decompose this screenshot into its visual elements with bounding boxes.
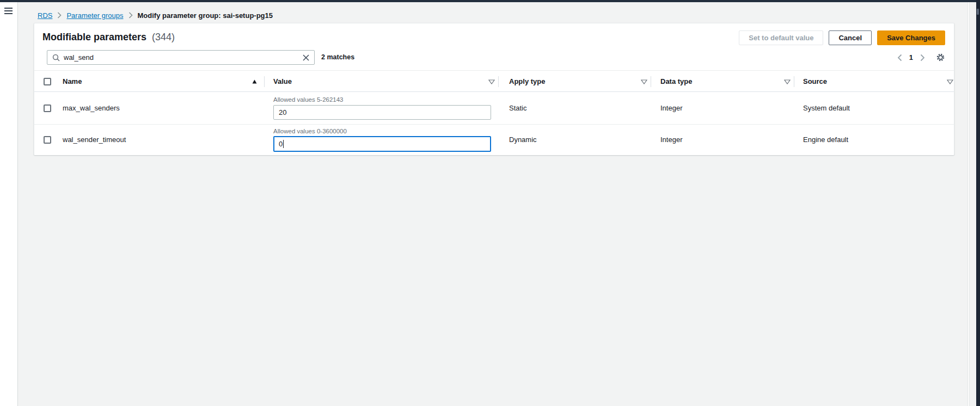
current-page[interactable]: 1 <box>909 53 913 61</box>
page-title: Modifiable parameters (344) <box>42 32 175 43</box>
sort-ascending-icon <box>252 79 257 84</box>
param-name: max_wal_senders <box>63 92 120 125</box>
menu-toggle-button[interactable] <box>4 7 14 16</box>
panel-count: (344) <box>152 32 175 42</box>
value-text: 0 <box>279 140 283 148</box>
table-header-row: Name Value Apply type Data type Source <box>34 70 954 92</box>
clear-search-button[interactable] <box>303 54 309 61</box>
modifiable-parameters-panel: Modifiable parameters (344) Set to defau… <box>34 23 954 155</box>
apply-type-cell: Dynamic <box>509 125 537 155</box>
column-divider <box>651 76 651 87</box>
column-divider <box>794 76 794 87</box>
breadcrumb-link-rds[interactable]: RDS <box>38 11 52 20</box>
source-cell: Engine default <box>803 125 848 155</box>
column-header-name[interactable]: Name <box>63 71 82 92</box>
column-sort-icon[interactable] <box>784 79 791 84</box>
chevron-right-icon <box>920 54 925 61</box>
column-sort-icon[interactable] <box>947 79 953 84</box>
panel-actions: Set to default value Cancel Save Changes <box>739 30 945 45</box>
param-name: wal_sender_timeout <box>63 125 126 155</box>
data-type-cell: Integer <box>660 125 682 155</box>
save-changes-button[interactable]: Save Changes <box>877 30 945 45</box>
chevron-left-icon <box>897 54 902 61</box>
table-row: wal_sender_timeout Allowed values 0-3600… <box>34 125 954 155</box>
prev-page-button[interactable] <box>897 54 902 61</box>
help-panel-divider <box>967 2 970 406</box>
rds-modify-parameters-page: RDS Parameter groups Modify parameter gr… <box>0 0 980 406</box>
breadcrumb-current: Modify parameter group: sai-setup-pg15 <box>138 11 273 20</box>
window-edge-glyph <box>977 9 979 15</box>
search-icon <box>52 54 60 61</box>
column-divider <box>264 76 265 87</box>
window-top-bar <box>0 0 980 2</box>
search-input[interactable] <box>64 53 299 61</box>
breadcrumb-link-parameter-groups[interactable]: Parameter groups <box>66 11 123 20</box>
value-input-focused[interactable]: 0 <box>273 136 491 152</box>
cancel-button[interactable]: Cancel <box>829 30 872 45</box>
allowed-values-hint: Allowed values 5-262143 <box>273 96 344 103</box>
gear-icon <box>936 53 945 62</box>
search-box <box>47 50 315 65</box>
column-header-data-type[interactable]: Data type <box>660 71 693 92</box>
column-header-value[interactable]: Value <box>273 71 292 92</box>
table-settings-button[interactable] <box>936 53 945 62</box>
close-icon <box>303 54 309 61</box>
column-header-source[interactable]: Source <box>803 71 827 92</box>
column-header-apply-type[interactable]: Apply type <box>509 71 545 92</box>
column-divider <box>498 76 499 87</box>
select-all-checkbox[interactable] <box>44 78 51 85</box>
breadcrumb: RDS Parameter groups Modify parameter gr… <box>38 10 273 20</box>
data-type-cell: Integer <box>660 92 682 125</box>
chevron-right-icon <box>128 12 133 19</box>
window-edge <box>976 0 980 406</box>
row-checkbox[interactable] <box>44 104 51 112</box>
next-page-button[interactable] <box>920 54 925 61</box>
pagination: 1 <box>897 50 945 65</box>
collapsed-side-nav <box>0 2 18 406</box>
match-count: 2 matches <box>321 50 354 65</box>
chevron-right-icon <box>57 12 62 19</box>
text-cursor <box>283 140 284 148</box>
source-cell: System default <box>803 92 850 125</box>
allowed-values-hint: Allowed values 0-3600000 <box>273 127 347 135</box>
column-sort-icon[interactable] <box>641 79 647 84</box>
column-sort-icon[interactable] <box>488 79 495 84</box>
hamburger-icon <box>4 8 14 14</box>
panel-title-text: Modifiable parameters <box>42 32 146 42</box>
set-to-default-button[interactable]: Set to default value <box>739 30 823 45</box>
row-checkbox[interactable] <box>44 136 51 144</box>
table-row: max_wal_senders Allowed values 5-262143 … <box>34 92 954 125</box>
apply-type-cell: Static <box>509 92 527 125</box>
value-input[interactable] <box>273 105 491 120</box>
